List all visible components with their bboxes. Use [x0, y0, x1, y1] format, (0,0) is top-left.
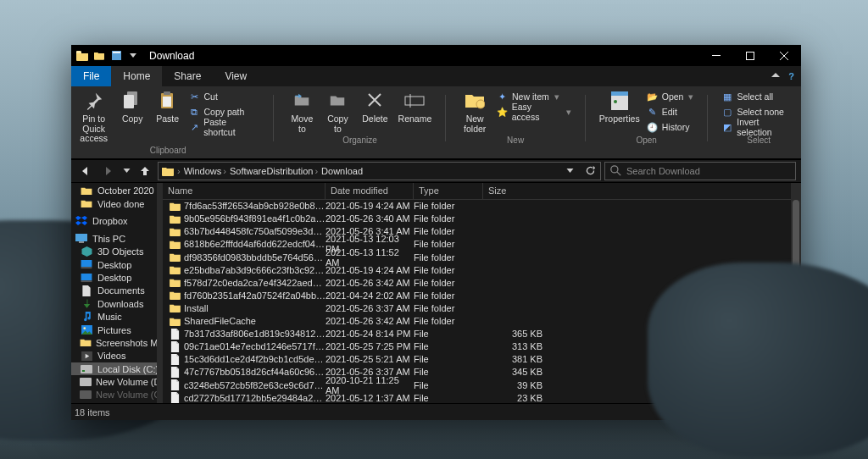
- breadcrumb-segment[interactable]: Windows›: [182, 163, 228, 180]
- table-row[interactable]: fd760b2351af42a07524f2a04bbebfd12021-04-…: [163, 289, 791, 301]
- nav-item-october-2020[interactable]: October 2020: [71, 185, 163, 197]
- view-icons-button[interactable]: [779, 406, 798, 419]
- open-button[interactable]: 📂Open▾: [647, 90, 694, 103]
- navigation-pane[interactable]: October 2020 Video done Dropbox This PC …: [71, 183, 163, 403]
- refresh-button[interactable]: [580, 165, 600, 176]
- tab-file[interactable]: File: [71, 66, 111, 86]
- folder-icon: [168, 252, 181, 262]
- tab-home[interactable]: Home: [111, 66, 162, 86]
- breadcrumb-segment[interactable]: SoftwareDistribution›: [228, 163, 320, 180]
- invert-selection-button[interactable]: ◩Invert selection: [721, 120, 796, 134]
- scrollbar[interactable]: [791, 183, 801, 403]
- nav-up-button[interactable]: [136, 162, 154, 180]
- table-row[interactable]: SharedFileCache2021-05-26 3:42 AMFile fo…: [163, 314, 791, 327]
- properties-button[interactable]: Properties: [599, 90, 640, 124]
- edit-icon: ✎: [647, 106, 659, 118]
- cut-button[interactable]: ✂Cut: [188, 90, 259, 103]
- history-button[interactable]: 🕘History: [647, 120, 694, 134]
- help-icon[interactable]: ?: [788, 71, 794, 81]
- breadcrumb-history-icon[interactable]: [559, 165, 580, 176]
- table-row[interactable]: 7fd6ac53ff26534ab9cb928e0b8b79982021-05-…: [163, 200, 791, 213]
- group-label-clipboard: Clipboard: [76, 144, 259, 158]
- table-row[interactable]: df98356fd0983bbddb5e764d5676c5db2021-05-…: [163, 251, 791, 263]
- nav-recent-button[interactable]: [120, 162, 132, 180]
- table-row[interactable]: 47c7767bb0518d26cf44a60c96074bd5dcc...20…: [163, 366, 791, 379]
- nav-back-button[interactable]: [76, 162, 95, 180]
- select-all-button[interactable]: ▦Select all: [721, 90, 796, 103]
- nav-forward-button[interactable]: [98, 162, 117, 180]
- view-details-button[interactable]: [759, 406, 777, 419]
- nav-item-music[interactable]: Music: [71, 310, 163, 323]
- file-name: SharedFileCache: [184, 316, 326, 326]
- table-row[interactable]: 9b05e956bf943f891ea4f1c0b2a484c52021-05-…: [163, 213, 791, 225]
- file-date: 2021-05-19 4:24 AM: [326, 265, 414, 275]
- qat-dropdown-icon[interactable]: [127, 50, 139, 62]
- breadcrumb-root-chevron[interactable]: ›: [175, 163, 182, 180]
- table-row[interactable]: 7b317d33af806e1d819c9348126358e9ec8e...2…: [163, 328, 791, 340]
- nav-item-this-pc[interactable]: This PC: [71, 232, 163, 245]
- pin-to-quick-access-button[interactable]: Pin to Quick access: [76, 90, 111, 144]
- drive-icon: [80, 376, 92, 388]
- new-folder-button[interactable]: New folder: [459, 90, 490, 134]
- nav-item-dropbox[interactable]: Dropbox: [71, 215, 163, 228]
- svg-rect-33: [789, 412, 793, 416]
- edit-button[interactable]: ✎Edit: [647, 105, 694, 119]
- easy-access-button[interactable]: ⭐Easy access▾: [497, 105, 571, 119]
- table-row[interactable]: c3248eb572cb5f82e63ce9c6d73cfbf39b7b...2…: [163, 379, 791, 391]
- tab-view[interactable]: View: [213, 66, 259, 86]
- nav-item-downloads[interactable]: Downloads: [71, 297, 163, 310]
- nav-item-desktop[interactable]: Desktop: [71, 258, 163, 271]
- file-type: File: [414, 341, 483, 351]
- breadcrumb-segment[interactable]: Download: [320, 163, 364, 180]
- column-name[interactable]: Name: [163, 183, 326, 199]
- nav-item-local-disk-c[interactable]: Local Disk (C:): [71, 362, 163, 375]
- column-date[interactable]: Date modified: [326, 183, 414, 199]
- search-input[interactable]: Search Download: [604, 162, 796, 180]
- table-row[interactable]: 15c3d6dd1ce2d4f2b9cb1cd5de694ab20b...202…: [163, 353, 791, 366]
- ribbon-collapse-icon[interactable]: [771, 73, 780, 80]
- table-row[interactable]: f578d72c0eda2ca7e4f3422aeddb33592021-05-…: [163, 276, 791, 289]
- paste-shortcut-button[interactable]: ↗Paste shortcut: [188, 120, 259, 134]
- nav-item-new-volume-d[interactable]: New Volume (D:): [71, 375, 163, 388]
- minimize-button[interactable]: [699, 45, 733, 66]
- column-type[interactable]: Type: [414, 183, 483, 199]
- table-row[interactable]: 09c71ae014e7ecbd1246e5717f9212a9de97...2…: [163, 340, 791, 353]
- file-name: 6818b6e2fffdd4af6dd622edcf04e419d: [184, 239, 326, 249]
- folder-new-icon: [463, 90, 487, 112]
- nav-item-3d-objects[interactable]: 3D Objects: [71, 246, 163, 258]
- tab-share[interactable]: Share: [162, 66, 213, 86]
- move-to-button[interactable]: Move to: [287, 90, 316, 134]
- nav-item-screenshots[interactable]: Screenshots Mac: [71, 336, 163, 349]
- table-row[interactable]: e25bdba7ab3d9c666c23fb3c9258567b2021-05-…: [163, 263, 791, 276]
- maximize-button[interactable]: [733, 45, 767, 66]
- file-list[interactable]: 7fd6ac53ff26534ab9cb928e0b8b79982021-05-…: [163, 200, 801, 403]
- copy-icon: [120, 90, 144, 112]
- copy-button[interactable]: Copy: [118, 90, 147, 124]
- table-row[interactable]: 6818b6e2fffdd4af6dd622edcf04e419d2021-05…: [163, 238, 791, 251]
- delete-button[interactable]: Delete: [359, 90, 391, 124]
- address-bar: › Windows› SoftwareDistribution› Downloa…: [71, 159, 801, 183]
- ribbon-tabs: File Home Share View ?: [71, 66, 801, 86]
- table-row[interactable]: Install2021-05-26 3:37 AMFile folder: [163, 301, 791, 314]
- group-label-new: New: [459, 134, 570, 148]
- close-button[interactable]: [767, 45, 801, 66]
- breadcrumb[interactable]: › Windows› SoftwareDistribution› Downloa…: [158, 162, 601, 180]
- nav-item-videos[interactable]: Videos: [71, 350, 163, 362]
- paste-button[interactable]: Paste: [153, 90, 182, 124]
- column-size[interactable]: Size: [483, 183, 801, 199]
- table-row[interactable]: cd2727b5d17712bb5e29484a23273fc0145...20…: [163, 391, 791, 403]
- folder-icon: [168, 290, 181, 300]
- nav-item-documents[interactable]: Documents: [71, 285, 163, 297]
- copy-to-button[interactable]: Copy to: [323, 90, 352, 134]
- rename-button[interactable]: Rename: [398, 90, 431, 124]
- nav-item-video-done[interactable]: Video done: [71, 197, 163, 210]
- table-row[interactable]: 63b7bd448458fc750af5099e3ddc4db32021-05-…: [163, 225, 791, 238]
- nav-item-new-volume-g[interactable]: New Volume (G:): [71, 389, 163, 401]
- file-name: 63b7bd448458fc750af5099e3ddc4db3: [184, 226, 326, 236]
- nav-item-desktop[interactable]: Desktop: [71, 271, 163, 284]
- nav-item-pictures[interactable]: Pictures: [71, 324, 163, 336]
- file-name: 7fd6ac53ff26534ab9cb928e0b8b7998: [184, 201, 326, 211]
- folder-icon: [168, 265, 181, 274]
- qat-new-folder-icon[interactable]: [93, 50, 105, 62]
- qat-properties-icon[interactable]: [110, 50, 122, 62]
